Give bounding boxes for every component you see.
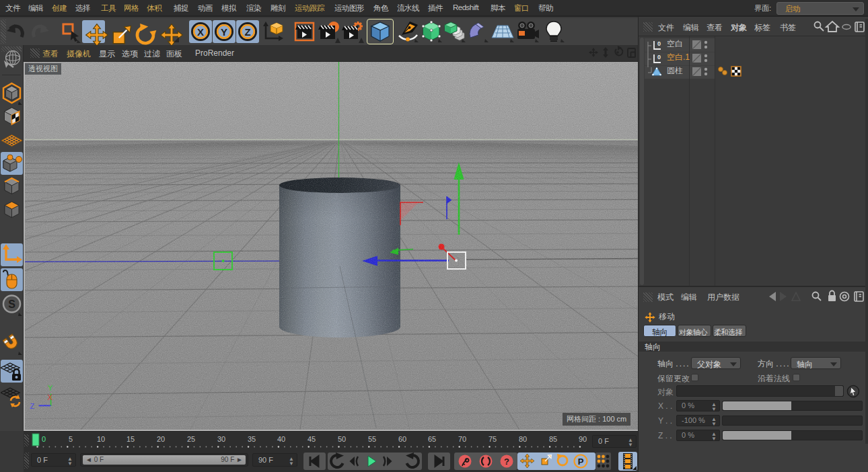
svg-text:50: 50 bbox=[338, 435, 346, 443]
svg-text:70: 70 bbox=[458, 435, 466, 443]
svg-text:0: 0 bbox=[42, 435, 46, 443]
svg-text:60: 60 bbox=[398, 435, 406, 443]
svg-text:45: 45 bbox=[308, 435, 316, 443]
svg-text:65: 65 bbox=[428, 435, 436, 443]
svg-text:0: 0 bbox=[657, 40, 661, 47]
svg-text:25: 25 bbox=[187, 435, 195, 443]
svg-text:P: P bbox=[578, 457, 584, 467]
svg-text:35: 35 bbox=[248, 435, 256, 443]
svg-text:10: 10 bbox=[97, 435, 105, 443]
svg-text:Z: Z bbox=[244, 26, 250, 38]
svg-text:15: 15 bbox=[126, 435, 135, 443]
svg-text:X: X bbox=[197, 26, 204, 38]
svg-text:75: 75 bbox=[489, 435, 497, 443]
svg-text:55: 55 bbox=[368, 435, 376, 443]
svg-text:90: 90 bbox=[579, 435, 587, 443]
svg-text:20: 20 bbox=[157, 435, 165, 443]
svg-text:5: 5 bbox=[69, 435, 73, 443]
svg-text:40: 40 bbox=[277, 435, 285, 443]
svg-text:?: ? bbox=[504, 457, 509, 467]
svg-text:0: 0 bbox=[657, 54, 661, 61]
svg-text:S: S bbox=[8, 299, 15, 310]
svg-text:80: 80 bbox=[519, 435, 527, 443]
svg-text:85: 85 bbox=[549, 435, 557, 443]
svg-text:30: 30 bbox=[217, 435, 225, 443]
svg-text:Y: Y bbox=[221, 26, 227, 38]
